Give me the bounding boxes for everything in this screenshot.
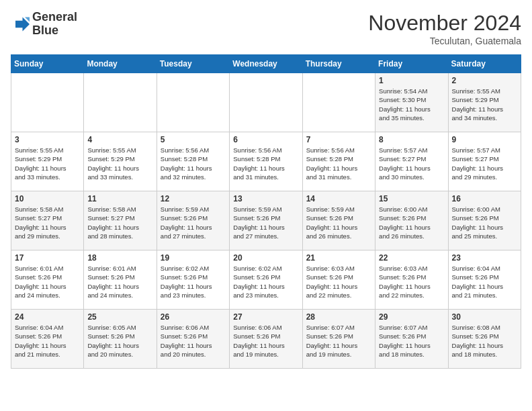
day-number: 3 bbox=[15, 135, 80, 144]
calendar-body: 1Sunrise: 5:54 AMSunset: 5:30 PMDaylight… bbox=[11, 73, 521, 369]
cell-info: Sunrise: 5:58 AMSunset: 5:27 PMDaylight:… bbox=[87, 205, 152, 240]
header-sunday: Sunday bbox=[11, 55, 84, 73]
calendar-cell bbox=[84, 73, 157, 132]
day-number: 28 bbox=[306, 312, 371, 322]
calendar-cell: 11Sunrise: 5:58 AMSunset: 5:27 PMDayligh… bbox=[84, 191, 157, 250]
cell-info: Sunrise: 5:57 AMSunset: 5:27 PMDaylight:… bbox=[452, 146, 517, 181]
day-number: 26 bbox=[161, 312, 226, 322]
calendar-cell: 20Sunrise: 6:02 AMSunset: 5:26 PMDayligh… bbox=[230, 250, 302, 310]
day-number: 1 bbox=[379, 76, 444, 85]
cell-info: Sunrise: 6:03 AMSunset: 5:26 PMDaylight:… bbox=[379, 264, 444, 300]
calendar-cell: 28Sunrise: 6:07 AMSunset: 5:26 PMDayligh… bbox=[302, 310, 375, 369]
header-thursday: Thursday bbox=[302, 55, 375, 73]
calendar-cell: 6Sunrise: 5:56 AMSunset: 5:28 PMDaylight… bbox=[230, 132, 302, 191]
calendar-cell: 22Sunrise: 6:03 AMSunset: 5:26 PMDayligh… bbox=[375, 250, 448, 310]
calendar-cell bbox=[302, 73, 375, 132]
calendar-cell: 5Sunrise: 5:56 AMSunset: 5:28 PMDaylight… bbox=[157, 132, 229, 191]
logo-line1: General bbox=[32, 11, 77, 24]
cell-info: Sunrise: 6:04 AMSunset: 5:26 PMDaylight:… bbox=[452, 264, 517, 300]
cell-info: Sunrise: 5:59 AMSunset: 5:26 PMDaylight:… bbox=[306, 205, 371, 240]
cell-info: Sunrise: 6:01 AMSunset: 5:26 PMDaylight:… bbox=[87, 264, 152, 300]
cell-info: Sunrise: 6:07 AMSunset: 5:26 PMDaylight:… bbox=[306, 323, 371, 359]
calendar-cell: 8Sunrise: 5:57 AMSunset: 5:27 PMDaylight… bbox=[375, 132, 448, 191]
day-number: 19 bbox=[161, 253, 226, 263]
week-row-1: 1Sunrise: 5:54 AMSunset: 5:30 PMDaylight… bbox=[11, 73, 521, 132]
calendar-cell: 15Sunrise: 6:00 AMSunset: 5:26 PMDayligh… bbox=[375, 191, 448, 250]
cell-info: Sunrise: 6:04 AMSunset: 5:26 PMDaylight:… bbox=[15, 323, 80, 359]
month-title: November 2024 bbox=[368, 11, 521, 36]
cell-info: Sunrise: 6:02 AMSunset: 5:26 PMDaylight:… bbox=[233, 264, 298, 300]
cell-info: Sunrise: 5:56 AMSunset: 5:28 PMDaylight:… bbox=[306, 146, 371, 181]
title-block: November 2024 Teculutan, Guatemala bbox=[368, 11, 521, 46]
cell-info: Sunrise: 6:01 AMSunset: 5:26 PMDaylight:… bbox=[15, 264, 80, 300]
cell-info: Sunrise: 6:03 AMSunset: 5:26 PMDaylight:… bbox=[306, 264, 371, 300]
day-number: 29 bbox=[379, 312, 444, 322]
day-number: 16 bbox=[452, 194, 517, 203]
calendar-cell: 21Sunrise: 6:03 AMSunset: 5:26 PMDayligh… bbox=[302, 250, 375, 310]
day-number: 10 bbox=[15, 194, 80, 203]
calendar-cell: 29Sunrise: 6:07 AMSunset: 5:26 PMDayligh… bbox=[375, 310, 448, 369]
calendar-cell: 19Sunrise: 6:02 AMSunset: 5:26 PMDayligh… bbox=[157, 250, 229, 310]
header-wednesday: Wednesday bbox=[230, 55, 302, 73]
cell-info: Sunrise: 6:00 AMSunset: 5:26 PMDaylight:… bbox=[379, 205, 444, 240]
week-row-3: 10Sunrise: 5:58 AMSunset: 5:27 PMDayligh… bbox=[11, 191, 521, 250]
calendar-cell: 13Sunrise: 5:59 AMSunset: 5:26 PMDayligh… bbox=[230, 191, 302, 250]
logo-icon bbox=[11, 15, 30, 34]
calendar-cell: 30Sunrise: 6:08 AMSunset: 5:26 PMDayligh… bbox=[448, 310, 521, 369]
cell-info: Sunrise: 5:59 AMSunset: 5:26 PMDaylight:… bbox=[233, 205, 298, 240]
day-number: 4 bbox=[87, 135, 152, 144]
calendar-cell: 17Sunrise: 6:01 AMSunset: 5:26 PMDayligh… bbox=[11, 250, 84, 310]
header-friday: Friday bbox=[375, 55, 448, 73]
calendar-cell bbox=[230, 73, 302, 132]
calendar-cell: 10Sunrise: 5:58 AMSunset: 5:27 PMDayligh… bbox=[11, 191, 84, 250]
calendar-header: SundayMondayTuesdayWednesdayThursdayFrid… bbox=[11, 55, 521, 73]
calendar-cell bbox=[157, 73, 229, 132]
page-header: General Blue November 2024 Teculutan, Gu… bbox=[11, 11, 521, 46]
location-subtitle: Teculutan, Guatemala bbox=[368, 36, 521, 46]
cell-info: Sunrise: 5:59 AMSunset: 5:26 PMDaylight:… bbox=[161, 205, 226, 240]
day-number: 14 bbox=[306, 194, 371, 203]
cell-info: Sunrise: 5:56 AMSunset: 5:28 PMDaylight:… bbox=[233, 146, 298, 181]
day-number: 2 bbox=[452, 76, 517, 85]
calendar-cell: 27Sunrise: 6:06 AMSunset: 5:26 PMDayligh… bbox=[230, 310, 302, 369]
calendar-cell: 12Sunrise: 5:59 AMSunset: 5:26 PMDayligh… bbox=[157, 191, 229, 250]
day-number: 22 bbox=[379, 253, 444, 263]
cell-info: Sunrise: 5:55 AMSunset: 5:29 PMDaylight:… bbox=[15, 146, 80, 181]
day-number: 24 bbox=[15, 312, 80, 322]
cell-info: Sunrise: 5:58 AMSunset: 5:27 PMDaylight:… bbox=[15, 205, 80, 240]
calendar-cell: 25Sunrise: 6:05 AMSunset: 5:26 PMDayligh… bbox=[84, 310, 157, 369]
day-number: 23 bbox=[452, 253, 517, 263]
calendar-cell: 24Sunrise: 6:04 AMSunset: 5:26 PMDayligh… bbox=[11, 310, 84, 369]
calendar-table: SundayMondayTuesdayWednesdayThursdayFrid… bbox=[11, 54, 521, 369]
day-number: 12 bbox=[161, 194, 226, 203]
day-number: 15 bbox=[379, 194, 444, 203]
day-number: 20 bbox=[233, 253, 298, 263]
calendar-cell: 9Sunrise: 5:57 AMSunset: 5:27 PMDaylight… bbox=[448, 132, 521, 191]
calendar-cell bbox=[11, 73, 84, 132]
cell-info: Sunrise: 6:06 AMSunset: 5:26 PMDaylight:… bbox=[161, 323, 226, 359]
day-number: 8 bbox=[379, 135, 444, 144]
day-number: 27 bbox=[233, 312, 298, 322]
cell-info: Sunrise: 6:00 AMSunset: 5:26 PMDaylight:… bbox=[452, 205, 517, 240]
week-row-5: 24Sunrise: 6:04 AMSunset: 5:26 PMDayligh… bbox=[11, 310, 521, 369]
cell-info: Sunrise: 6:02 AMSunset: 5:26 PMDaylight:… bbox=[161, 264, 226, 300]
cell-info: Sunrise: 5:57 AMSunset: 5:27 PMDaylight:… bbox=[379, 146, 444, 181]
week-row-2: 3Sunrise: 5:55 AMSunset: 5:29 PMDaylight… bbox=[11, 132, 521, 191]
header-row: SundayMondayTuesdayWednesdayThursdayFrid… bbox=[11, 55, 521, 73]
cell-info: Sunrise: 6:06 AMSunset: 5:26 PMDaylight:… bbox=[233, 323, 298, 359]
day-number: 6 bbox=[233, 135, 298, 144]
day-number: 13 bbox=[233, 194, 298, 203]
day-number: 25 bbox=[87, 312, 152, 322]
header-saturday: Saturday bbox=[448, 55, 521, 73]
calendar-cell: 18Sunrise: 6:01 AMSunset: 5:26 PMDayligh… bbox=[84, 250, 157, 310]
day-number: 9 bbox=[452, 135, 517, 144]
cell-info: Sunrise: 5:56 AMSunset: 5:28 PMDaylight:… bbox=[161, 146, 226, 181]
calendar-cell: 26Sunrise: 6:06 AMSunset: 5:26 PMDayligh… bbox=[157, 310, 229, 369]
week-row-4: 17Sunrise: 6:01 AMSunset: 5:26 PMDayligh… bbox=[11, 250, 521, 310]
day-number: 5 bbox=[161, 135, 226, 144]
calendar-cell: 3Sunrise: 5:55 AMSunset: 5:29 PMDaylight… bbox=[11, 132, 84, 191]
cell-info: Sunrise: 5:55 AMSunset: 5:29 PMDaylight:… bbox=[452, 87, 517, 122]
calendar-cell: 2Sunrise: 5:55 AMSunset: 5:29 PMDaylight… bbox=[448, 73, 521, 132]
day-number: 17 bbox=[15, 253, 80, 263]
calendar-cell: 16Sunrise: 6:00 AMSunset: 5:26 PMDayligh… bbox=[448, 191, 521, 250]
